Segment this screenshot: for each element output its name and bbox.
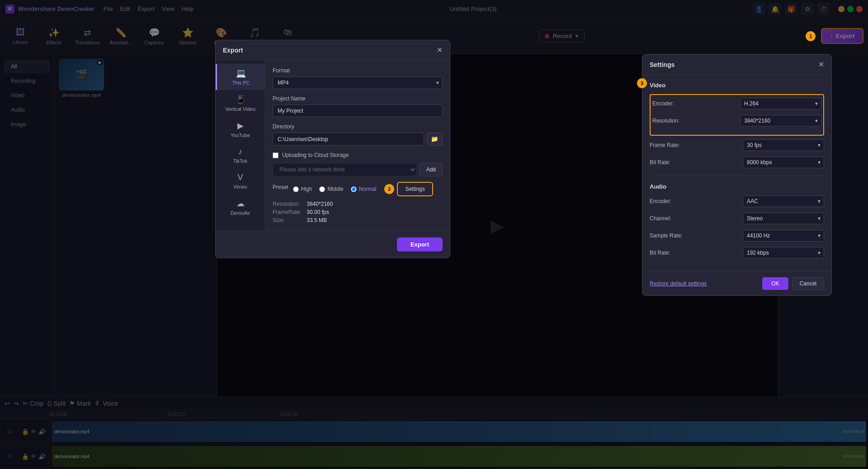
format-label: Format xyxy=(273,67,443,74)
bit-rate-row: Bit Rate: 8000 kbps 4000 kbps 16000 kbps xyxy=(650,156,824,168)
framerate-val: 30.00 fps xyxy=(307,209,443,215)
format-select[interactable]: MP4 AVI MOV xyxy=(273,76,443,89)
this-pc-icon: 💻 xyxy=(236,68,246,78)
vertical-icon: 📱 xyxy=(236,95,245,104)
network-row: Please add a network drive Add xyxy=(273,163,443,176)
preset-options: High Middle Normal xyxy=(293,186,377,192)
directory-browse-button[interactable]: 📁 xyxy=(427,133,443,146)
preset-high-radio[interactable] xyxy=(293,186,299,192)
channel-select[interactable]: Stereo Mono xyxy=(743,213,824,224)
encoder-resolution-highlighted: Encoder: H.264 H.265 VP9 Resolution: 384… xyxy=(650,94,824,136)
preset-normal-radio[interactable] xyxy=(351,186,357,192)
framerate-key: FrameRate: xyxy=(273,209,301,215)
directory-row: 📁 xyxy=(273,133,443,146)
cloud-label[interactable]: Uploading to Cloud Storage xyxy=(282,152,349,158)
bit-rate-select[interactable]: 8000 kbps 4000 kbps 16000 kbps xyxy=(743,156,824,168)
step2-area: 2 Settings xyxy=(384,182,433,196)
demoair-icon: ☁ xyxy=(236,199,245,208)
audio-section-title: Audio xyxy=(650,183,824,190)
step2-circle: 2 xyxy=(384,184,394,194)
sample-rate-label: Sample Rate: xyxy=(650,232,683,239)
encoder-select[interactable]: H.264 H.265 VP9 xyxy=(740,98,821,109)
resolution-select[interactable]: 3840*2160 1920*1080 1280*720 xyxy=(740,115,821,127)
encoder-row: Encoder: H.264 H.265 VP9 xyxy=(652,98,821,109)
restore-defaults-button[interactable]: Restore default settings xyxy=(650,280,707,287)
export-nav-vimeo[interactable]: V Vimeo xyxy=(216,168,265,194)
size-val: 33.5 MB xyxy=(307,217,443,223)
channel-row: Channel: Stereo Mono xyxy=(650,213,824,224)
audio-settings-section: Audio Encoder: AAC MP3 Channel: Stere xyxy=(650,175,824,259)
export-nav-tiktok[interactable]: ♪ TikTok xyxy=(216,142,265,168)
export-main-content: Format MP4 AVI MOV Project Name xyxy=(265,60,450,231)
bit-rate-label: Bit Rate: xyxy=(650,159,670,166)
resolution-val: 3840*2160 xyxy=(307,201,443,207)
network-select[interactable]: Please add a network drive xyxy=(273,163,417,176)
resolution-row: Resolution: 3840*2160 1920*1080 1280*720 xyxy=(652,115,821,127)
preset-middle[interactable]: Middle xyxy=(319,186,343,192)
vimeo-icon: V xyxy=(237,173,243,182)
audio-bit-rate-label: Bit Rate: xyxy=(650,250,670,256)
settings-ok-button[interactable]: OK xyxy=(762,277,788,290)
export-modal-title: Export xyxy=(223,47,243,54)
preset-middle-radio[interactable] xyxy=(319,186,325,192)
preset-section: Preset High Middle xyxy=(273,182,443,223)
video-section-title: Video xyxy=(650,82,824,89)
modal-overlay: Export ✕ 💻 This PC 📱 Vertical Video ▶ Yo… xyxy=(0,0,868,469)
audio-encoder-label: Encoder: xyxy=(650,198,671,204)
frame-rate-select[interactable]: 30 fps 24 fps 60 fps xyxy=(743,139,824,151)
sample-rate-select[interactable]: 44100 Hz 22050 Hz 48000 Hz xyxy=(743,230,824,242)
audio-encoder-select[interactable]: AAC MP3 xyxy=(743,195,824,207)
channel-label: Channel: xyxy=(650,215,671,222)
export-nav-youtube[interactable]: ▶ YouTube xyxy=(216,116,265,142)
cloud-storage-row: Uploading to Cloud Storage xyxy=(273,152,443,158)
cloud-checkbox[interactable] xyxy=(273,152,278,158)
step1-circle: 1 xyxy=(806,31,816,41)
export-action-button[interactable]: Export xyxy=(397,237,443,251)
sample-rate-row: Sample Rate: 44100 Hz 22050 Hz 48000 Hz xyxy=(650,230,824,242)
directory-group: Directory 📁 xyxy=(273,123,443,146)
format-group: Format MP4 AVI MOV xyxy=(273,67,443,89)
encoder-label: Encoder: xyxy=(652,100,674,107)
tiktok-icon: ♪ xyxy=(238,147,242,156)
audio-encoder-row: Encoder: AAC MP3 xyxy=(650,195,824,207)
export-nav-vertical[interactable]: 📱 Vertical Video xyxy=(216,90,265,116)
frame-rate-label: Frame Rate: xyxy=(650,142,680,148)
settings-body: 3 Video Encoder: H.264 H.265 VP9 xyxy=(642,75,831,271)
resolution-label: Resolution: xyxy=(652,118,679,124)
settings-modal: Settings ✕ 3 Video Encoder: H.264 H.265 xyxy=(642,54,832,296)
settings-cancel-button[interactable]: Cancel xyxy=(792,277,824,290)
directory-input[interactable] xyxy=(273,133,424,146)
export-modal-close[interactable]: ✕ xyxy=(437,46,443,54)
export-nav: 💻 This PC 📱 Vertical Video ▶ YouTube ♪ T… xyxy=(216,60,265,231)
export-nav-this-pc[interactable]: 💻 This PC xyxy=(216,64,265,90)
preset-high[interactable]: High xyxy=(293,186,312,192)
export-info-grid: Resolution: 3840*2160 FrameRate: 30.00 f… xyxy=(273,201,443,223)
youtube-icon: ▶ xyxy=(237,121,244,131)
export-nav-demoair[interactable]: ☁ DemoAir xyxy=(216,194,265,220)
export-footer: Export xyxy=(216,231,450,258)
settings-button[interactable]: Settings xyxy=(397,182,433,196)
add-network-button[interactable]: Add xyxy=(420,163,443,176)
export-modal: Export ✕ 💻 This PC 📱 Vertical Video ▶ Yo… xyxy=(215,40,450,258)
settings-action-buttons: OK Cancel xyxy=(762,277,824,290)
step3-circle: 3 xyxy=(637,78,647,88)
export-modal-body: 💻 This PC 📱 Vertical Video ▶ YouTube ♪ T… xyxy=(216,60,450,231)
resolution-key: Resolution: xyxy=(273,201,301,207)
directory-label: Directory xyxy=(273,123,443,130)
preset-label: Preset xyxy=(273,184,288,190)
project-name-input[interactable] xyxy=(273,104,443,117)
step1-wrapper: 1 xyxy=(806,31,816,41)
frame-rate-row: Frame Rate: 30 fps 24 fps 60 fps xyxy=(650,139,824,151)
project-name-label: Project Name xyxy=(273,95,443,102)
size-key: Size: xyxy=(273,217,301,223)
settings-modal-header: Settings ✕ xyxy=(642,55,831,75)
preset-normal[interactable]: Normal xyxy=(351,186,377,192)
settings-modal-title: Settings xyxy=(650,61,675,68)
audio-bit-rate-row: Bit Rate: 192 kbps 128 kbps 320 kbps xyxy=(650,247,824,259)
export-modal-header: Export ✕ xyxy=(216,40,450,60)
project-name-group: Project Name xyxy=(273,95,443,117)
audio-bit-rate-select[interactable]: 192 kbps 128 kbps 320 kbps xyxy=(743,247,824,259)
settings-footer: Restore default settings OK Cancel xyxy=(642,271,831,295)
settings-modal-close[interactable]: ✕ xyxy=(818,60,824,69)
